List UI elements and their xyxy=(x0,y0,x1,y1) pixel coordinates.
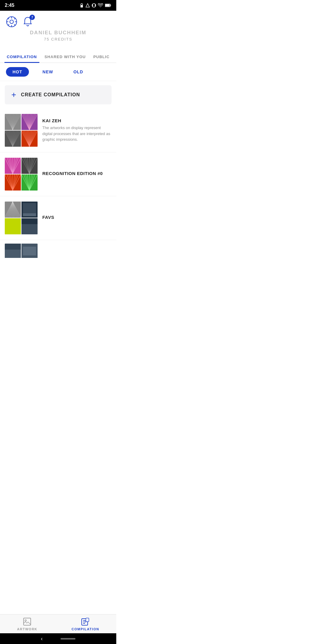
list-item[interactable] xyxy=(0,240,116,258)
item-title-recognition: RECOGNITION EDITION #0 xyxy=(42,171,112,176)
sort-old[interactable]: OLD xyxy=(67,67,90,77)
thumb-kaizeh-br xyxy=(21,131,38,147)
svg-rect-129 xyxy=(21,224,38,234)
thumb-partial-l xyxy=(5,244,21,258)
svg-rect-133 xyxy=(23,247,36,255)
thumb-kaizeh-tr xyxy=(21,114,38,130)
tabs: COMPILATION SHARED WITH YOU PUBLIC xyxy=(0,52,116,63)
thumb-partial-r xyxy=(21,244,38,258)
plus-icon: + xyxy=(11,91,16,99)
svg-rect-1 xyxy=(93,4,95,7)
svg-rect-127 xyxy=(5,218,21,234)
sort-bar: HOT NEW OLD xyxy=(0,63,116,81)
status-time: 2:45 xyxy=(5,3,14,8)
main-content: COMPILATION SHARED WITH YOU PUBLIC HOT N… xyxy=(0,52,116,285)
thumb-favs-tl xyxy=(5,202,21,218)
lock-icon xyxy=(80,3,83,8)
sort-new[interactable]: NEW xyxy=(36,67,60,77)
sort-hot[interactable]: HOT xyxy=(6,67,29,77)
list-item[interactable]: KAI ZEH The artworks on display represen… xyxy=(0,109,116,152)
vibrate-icon xyxy=(92,3,96,8)
tab-shared-with-you[interactable]: SHARED WITH YOU xyxy=(42,52,88,63)
settings-button[interactable] xyxy=(6,16,17,27)
item-desc-kaizeh: The artworks on display represent digita… xyxy=(42,125,112,143)
thumb-rec-tl xyxy=(5,158,21,174)
svg-rect-80 xyxy=(21,158,38,174)
thumbnail-grid-kaizeh xyxy=(5,114,38,147)
item-info-recognition: RECOGNITION EDITION #0 xyxy=(42,171,112,178)
gear-icon xyxy=(6,16,17,27)
create-compilation-button[interactable]: + CREATE COMPILATION xyxy=(5,85,112,104)
thumbnail-grid-recognition xyxy=(5,158,38,191)
header: 7 DANIEL BUCHHEIM 75 CREDITS xyxy=(0,11,116,52)
svg-rect-124 xyxy=(23,203,36,213)
thumb-kaizeh-tl xyxy=(5,114,21,130)
create-compilation-label: CREATE COMPILATION xyxy=(21,92,80,97)
app-triangle-icon xyxy=(85,3,90,8)
wifi-icon xyxy=(98,3,103,7)
thumbnail-grid-favs xyxy=(5,202,38,234)
notification-badge: 7 xyxy=(30,15,35,20)
status-bar: 2:45 xyxy=(0,0,116,11)
svg-rect-0 xyxy=(80,5,83,7)
svg-rect-125 xyxy=(23,213,36,216)
status-icons xyxy=(80,3,112,8)
tab-compilation[interactable]: COMPILATION xyxy=(4,52,39,63)
item-title-favs: FAVS xyxy=(42,215,112,220)
tab-public[interactable]: PUBLIC xyxy=(91,52,112,63)
battery-icon xyxy=(105,4,112,7)
thumb-favs-br xyxy=(21,218,38,234)
svg-rect-7 xyxy=(105,4,110,7)
credits-label: 75 CREDITS xyxy=(44,37,72,41)
svg-rect-131 xyxy=(5,250,21,258)
thumbnail-grid-partial xyxy=(5,244,38,258)
thumb-favs-tr xyxy=(21,202,38,218)
thumb-rec-tr xyxy=(21,158,38,174)
thumb-kaizeh-bl xyxy=(5,131,21,147)
item-title-kaizeh: KAI ZEH xyxy=(42,118,112,123)
header-icons: 7 xyxy=(6,16,110,27)
user-name: DANIEL BUCHHEIM xyxy=(30,30,86,36)
item-info-favs: FAVS xyxy=(42,215,112,222)
thumb-rec-br xyxy=(21,174,38,191)
list-item[interactable]: FAVS xyxy=(0,196,116,240)
thumb-favs-bl xyxy=(5,218,21,234)
list-item[interactable]: RECOGNITION EDITION #0 xyxy=(0,152,116,196)
thumb-rec-bl xyxy=(5,174,21,191)
notification-button[interactable]: 7 xyxy=(22,16,33,27)
item-info-kaizeh: KAI ZEH The artworks on display represen… xyxy=(42,118,112,143)
svg-point-9 xyxy=(10,20,13,24)
